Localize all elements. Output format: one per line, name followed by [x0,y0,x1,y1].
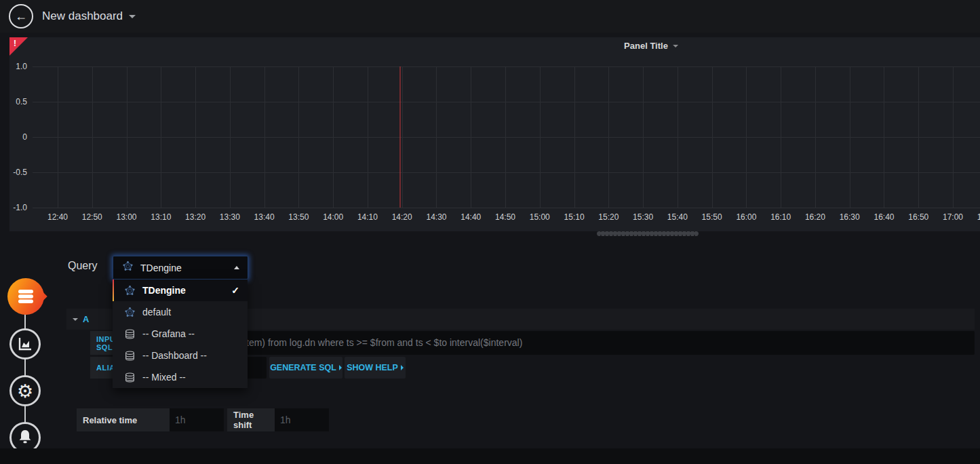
menu-item-label: -- Grafana -- [142,328,239,339]
x-tick-label: 14:50 [490,212,520,222]
menu-item-grafana[interactable]: -- Grafana -- [113,323,248,345]
relative-time-input[interactable] [170,408,224,431]
tdengine-icon [125,286,135,296]
database-icon [125,351,135,361]
back-button[interactable]: ← [9,4,33,28]
chevron-down-icon [129,15,136,18]
menu-item-default[interactable]: default [113,301,248,323]
time-shift-label: Time shift [227,408,275,431]
dashboard-title: New dashboard [42,9,123,23]
chart-icon [17,336,33,352]
relative-time-label: Relative time [77,408,170,431]
x-tick-label: 16:40 [869,212,899,222]
y-gridline [33,208,980,208]
menu-item-tdengine[interactable]: TDengine✓ [113,279,248,301]
show-help-button[interactable]: SHOW HELP [345,357,406,379]
panel-title-menu[interactable]: Panel Title [624,41,678,51]
menu-item-label: TDengine [142,285,224,296]
x-tick-label: 15:30 [628,212,658,222]
menu-item-dashboard[interactable]: -- Dashboard -- [113,345,248,366]
query-section-label: Query [68,260,98,272]
generate-sql-button[interactable]: GENERATE SQL [269,357,342,379]
x-tick-label: 13:00 [112,212,142,222]
panel-title: Panel Title [624,41,668,51]
x-tick-label: 15:50 [697,212,727,222]
x-tick-label: 15:00 [525,212,555,222]
x-tick-label: 16:00 [731,212,761,222]
x-tick-label: 16:10 [766,212,796,222]
chart-plot-area[interactable] [33,66,980,208]
x-tick-label: 15:40 [663,212,692,222]
x-tick-label: 13:50 [283,212,313,222]
x-tick-label: 13:40 [250,212,279,222]
grafana-screen: ← New dashboard ! Panel Title 12:4012:50… [0,0,980,464]
graph-panel: ! Panel Title 12:4012:5013:0013:1013:201… [9,37,980,231]
panel-error-corner[interactable]: ! [9,37,28,56]
menu-item-label: default [142,307,239,317]
x-tick-label: 14:30 [421,212,451,222]
query-ref-letter: A [83,314,89,324]
top-navbar: ← New dashboard [0,0,980,33]
sidebar-tab-general[interactable]: ⚙ [9,375,41,406]
x-tick-label: 16:30 [835,212,865,222]
x-tick-label: 14:40 [456,212,486,222]
exclamation-icon: ! [14,39,16,48]
tdengine-icon [125,307,135,317]
y-tick-label: 0 [9,132,27,142]
datasource-select-value: TDengine [140,263,227,273]
x-tick-label: 12:50 [77,212,107,222]
dashboard-title-dropdown[interactable]: New dashboard [42,0,136,33]
database-icon [125,329,135,339]
x-tick-label: 16:50 [903,212,933,222]
x-tick-label: 13:20 [180,212,210,222]
x-tick-label: 15:20 [593,212,623,222]
sql-input-value: tem) from log.dn where ts >= $from and t… [139,331,975,355]
x-tick-label: 14:20 [387,212,417,222]
chevron-down-icon [673,45,678,47]
database-icon [16,288,35,305]
collapse-caret-icon [73,318,78,321]
bottom-strip [0,448,980,464]
menu-item-label: -- Mixed -- [142,372,239,383]
time-shift-input[interactable] [275,408,329,431]
x-tick-label: 16:20 [800,212,830,222]
x-tick-label: 13:10 [146,212,176,222]
y-tick-label: -1.0 [9,203,27,212]
tab-connector-line [24,296,26,438]
datasource-select[interactable]: TDengine [113,256,248,279]
x-tick-label: 12:40 [43,212,73,222]
database-icon [125,372,135,383]
caret-right-icon [339,365,342,370]
caret-right-icon [401,365,404,370]
tdengine-icon [123,261,133,274]
arrow-left-icon: ← [15,9,27,24]
y-tick-label: 1.0 [9,62,27,71]
bell-icon [17,429,33,446]
x-tick-label: 14:10 [353,212,383,222]
sidebar-tab-queries[interactable] [7,278,44,315]
sidebar-tab-visualization[interactable] [9,328,41,360]
y-tick-label: -0.5 [9,168,27,177]
y-tick-label: 0.5 [9,97,27,107]
x-tick-label: 17:10 [973,212,980,222]
caret-up-icon [234,266,239,269]
x-tick-label: 15:10 [560,212,589,222]
panel-resize-handle[interactable] [597,231,699,236]
x-tick-label: 13:30 [215,212,245,222]
gear-icon: ⚙ [17,382,33,400]
sql-input[interactable]: tem) from log.dn where ts >= $from and t… [139,331,975,355]
menu-item-mixed[interactable]: -- Mixed -- [113,366,248,388]
datasource-dropdown-menu: TDengine✓default-- Grafana ---- Dashboar… [113,279,248,388]
x-tick-label: 14:00 [318,212,348,222]
menu-item-label: -- Dashboard -- [142,350,239,361]
checkmark-icon: ✓ [231,285,239,296]
x-tick-label: 17:00 [938,212,968,222]
